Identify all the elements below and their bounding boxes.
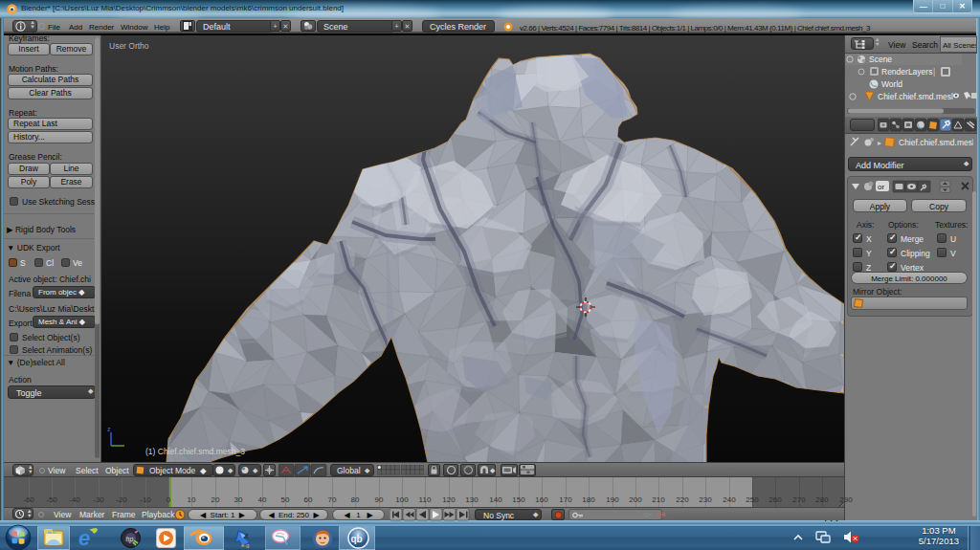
svg-text:e: e bbox=[78, 526, 90, 549]
svg-text:▸: ▸ bbox=[878, 139, 881, 147]
svg-text:e.g: e.g bbox=[241, 542, 249, 548]
svg-text:Chief.chief.smd.mesh_: Chief.chief.smd.mesh_ bbox=[899, 138, 973, 147]
svg-text:qb: qb bbox=[351, 534, 363, 544]
svg-text:Chief.chief.smd.mesl: Chief.chief.smd.mesl bbox=[878, 92, 953, 101]
svg-text:or: or bbox=[878, 183, 884, 191]
svg-text:X: X bbox=[244, 533, 249, 539]
svg-text:World: World bbox=[881, 79, 902, 89]
svg-text:z: z bbox=[107, 426, 111, 432]
svg-text:RenderLayers: RenderLayers bbox=[881, 67, 932, 77]
svg-text:Scene: Scene bbox=[869, 55, 892, 64]
svg-text:hp: hp bbox=[126, 536, 134, 543]
svg-text:|: | bbox=[933, 67, 935, 77]
